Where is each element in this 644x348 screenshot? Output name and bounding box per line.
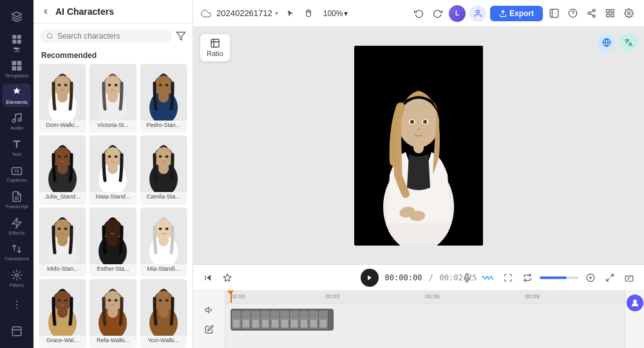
svg-rect-10 bbox=[12, 168, 22, 175]
track-clip-1[interactable] bbox=[231, 309, 334, 331]
character-card-9[interactable]: Mia-Standi... bbox=[140, 208, 187, 276]
svg-rect-4 bbox=[12, 61, 17, 66]
clip-frame-7 bbox=[299, 311, 308, 329]
undo-button[interactable] bbox=[412, 6, 426, 21]
search-input[interactable] bbox=[57, 32, 166, 41]
svg-rect-1 bbox=[17, 35, 21, 39]
svg-line-103 bbox=[590, 14, 592, 15]
svg-point-9 bbox=[18, 119, 21, 122]
export-button[interactable]: Export bbox=[490, 6, 543, 21]
svg-point-38 bbox=[158, 84, 162, 86]
timeline-marker-button[interactable] bbox=[220, 271, 234, 285]
svg-point-33 bbox=[115, 84, 118, 86]
svg-marker-125 bbox=[223, 274, 231, 281]
character-card-5[interactable]: Maia-Stand... bbox=[89, 135, 137, 204]
mic-button[interactable] bbox=[460, 271, 474, 285]
search-icon bbox=[46, 32, 53, 40]
sidebar-item-captions[interactable]: Captions bbox=[3, 162, 31, 186]
layout-button[interactable] bbox=[603, 6, 618, 21]
expand-button[interactable] bbox=[603, 271, 617, 285]
character-card-1[interactable]: Dom-Walki... bbox=[39, 64, 86, 133]
timeline-start-button[interactable] bbox=[201, 271, 215, 285]
svg-point-86 bbox=[108, 299, 111, 302]
settings-button[interactable] bbox=[621, 6, 636, 21]
sidebar-item-text[interactable]: Text bbox=[3, 136, 31, 160]
sidebar-item-more[interactable] bbox=[3, 293, 31, 317]
sidebar-item-templates[interactable]: Templates bbox=[3, 57, 31, 81]
hand-tool-button[interactable] bbox=[301, 6, 316, 21]
svg-point-118 bbox=[410, 120, 414, 124]
svg-point-27 bbox=[64, 84, 68, 86]
sidebar-item-logo[interactable] bbox=[3, 5, 31, 29]
character-card-4[interactable]: Julia_Stand... bbox=[39, 135, 86, 204]
filter-button[interactable] bbox=[176, 31, 186, 41]
character-card-2[interactable]: Victoria-St... bbox=[89, 64, 137, 133]
character-card-11[interactable]: Refa-Walki... bbox=[89, 279, 137, 348]
ruler-mark-3: 00:09 bbox=[525, 293, 540, 300]
svg-marker-126 bbox=[368, 275, 372, 280]
clip-frame-0 bbox=[232, 311, 241, 329]
svg-line-20 bbox=[52, 37, 53, 39]
svg-rect-105 bbox=[607, 10, 609, 12]
sidebar-item-elements[interactable]: Elements bbox=[3, 84, 31, 108]
split-button[interactable] bbox=[501, 271, 515, 285]
panel-title: AI Characters bbox=[55, 6, 114, 17]
svg-rect-107 bbox=[611, 14, 614, 17]
sidebar-label-media: 📷 bbox=[14, 46, 20, 52]
zoom-button[interactable]: 100% ▾ bbox=[319, 7, 352, 20]
svg-rect-6 bbox=[12, 66, 17, 71]
media-library-button[interactable] bbox=[547, 6, 562, 21]
character-name-9: Mia-Standi... bbox=[140, 264, 187, 275]
ai-avatar-button[interactable] bbox=[627, 295, 643, 311]
character-figure-1 bbox=[39, 64, 86, 121]
svg-point-109 bbox=[628, 12, 630, 15]
sidebar-item-media[interactable]: 📷 bbox=[3, 32, 31, 55]
sidebar-item-transcript[interactable]: Transcript bbox=[3, 188, 31, 212]
character-card-10[interactable]: Grace-Wal... bbox=[39, 279, 86, 348]
track-row-1 bbox=[225, 304, 625, 336]
ratio-button[interactable]: Ratio bbox=[200, 34, 231, 62]
audio-wave-button[interactable] bbox=[479, 271, 496, 285]
character-card-3[interactable]: Pedro-Stan... bbox=[140, 64, 187, 133]
add-clip-button[interactable] bbox=[583, 271, 598, 285]
lang-button[interactable] bbox=[620, 34, 638, 52]
share-button[interactable] bbox=[584, 6, 599, 21]
loop-button[interactable] bbox=[520, 271, 535, 285]
svg-point-120 bbox=[423, 120, 427, 124]
redo-button[interactable] bbox=[430, 6, 445, 21]
character-card-7[interactable]: Mido-Stan... bbox=[39, 208, 86, 276]
play-button[interactable] bbox=[361, 269, 379, 287]
clip-frame-3 bbox=[261, 311, 270, 329]
svg-point-68 bbox=[108, 227, 111, 230]
sidebar-item-transitions[interactable]: Transitions bbox=[3, 240, 31, 264]
ruler-mark-2: 00:06 bbox=[425, 293, 440, 300]
character-card-6[interactable]: Camila-Sta... bbox=[140, 135, 187, 204]
timeline-controls: 00:00:00 / 00:02:25 bbox=[193, 265, 644, 291]
ai-caption-button[interactable] bbox=[622, 271, 636, 285]
sidebar-item-audio[interactable]: Audio bbox=[3, 110, 31, 133]
top-right-buttons bbox=[598, 34, 638, 52]
pointer-tool-button[interactable] bbox=[283, 6, 298, 21]
clip-frame-6 bbox=[290, 311, 299, 329]
volume-icon-button[interactable] bbox=[202, 303, 216, 317]
svg-point-57 bbox=[165, 155, 168, 158]
svg-point-80 bbox=[58, 299, 61, 302]
project-name[interactable]: 202402261712 ▾ bbox=[216, 8, 278, 18]
character-card-12[interactable]: Yozi-Walki... bbox=[140, 279, 187, 348]
question-button[interactable] bbox=[565, 6, 580, 21]
character-figure-3 bbox=[140, 64, 187, 121]
svg-rect-108 bbox=[607, 14, 609, 17]
character-name-4: Julia_Stand... bbox=[39, 192, 86, 202]
globe-button[interactable] bbox=[598, 34, 616, 52]
user-icon-circle[interactable] bbox=[469, 5, 486, 22]
svg-point-74 bbox=[158, 227, 162, 230]
sidebar-item-filters[interactable]: Filters bbox=[3, 267, 31, 291]
sidebar-item-bottom[interactable] bbox=[3, 319, 31, 343]
sidebar-item-effects[interactable]: Effects bbox=[3, 215, 31, 238]
character-card-8[interactable]: Esther-Sta... bbox=[89, 208, 137, 276]
characters-grid: Dom-Walki... Victoria-St... bbox=[33, 64, 193, 348]
panel-back-button[interactable] bbox=[41, 7, 50, 16]
edit-icon-button[interactable] bbox=[202, 322, 216, 336]
svg-point-75 bbox=[165, 227, 168, 230]
panel-search-row bbox=[33, 24, 193, 48]
